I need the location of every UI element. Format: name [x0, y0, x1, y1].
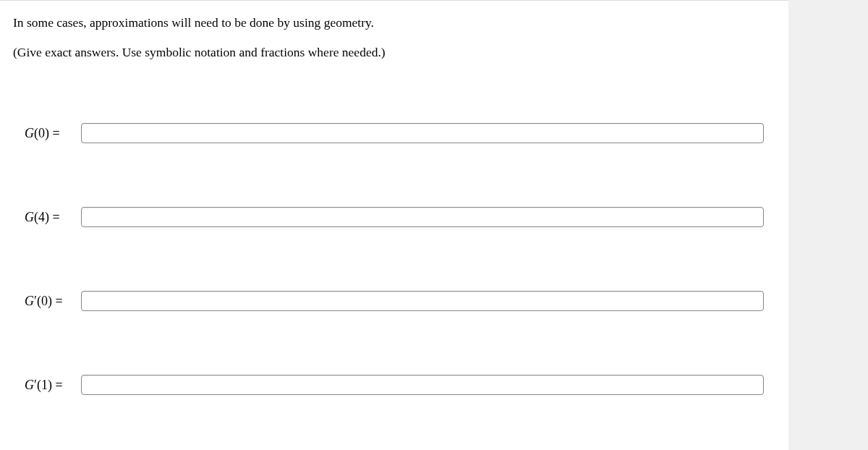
instruction-block: In some cases, approximations will need …: [0, 4, 788, 61]
answer-input-g0[interactable]: [81, 123, 764, 143]
answer-fields: G(0) = G(4) = G′(0) = G′(1) =: [0, 72, 788, 395]
page-container: In some cases, approximations will need …: [0, 0, 788, 450]
instruction-line-2: (Give exact answers. Use symbolic notati…: [13, 43, 775, 61]
field-row-g0: G(0) =: [25, 123, 764, 143]
field-row-gp1: G′(1) =: [25, 375, 764, 395]
field-label-gp0: G′(0) =: [25, 294, 72, 309]
answer-input-gp1[interactable]: [81, 375, 764, 395]
field-row-gp0: G′(0) =: [25, 291, 764, 311]
instruction-line-1: In some cases, approximations will need …: [13, 14, 775, 32]
field-label-g4: G(4) =: [25, 210, 72, 225]
answer-input-gp0[interactable]: [81, 291, 764, 311]
field-label-gp1: G′(1) =: [25, 378, 72, 393]
content-area: In some cases, approximations will need …: [0, 0, 788, 395]
answer-input-g4[interactable]: [81, 207, 764, 227]
field-row-g4: G(4) =: [25, 207, 764, 227]
field-label-g0: G(0) =: [25, 126, 72, 141]
